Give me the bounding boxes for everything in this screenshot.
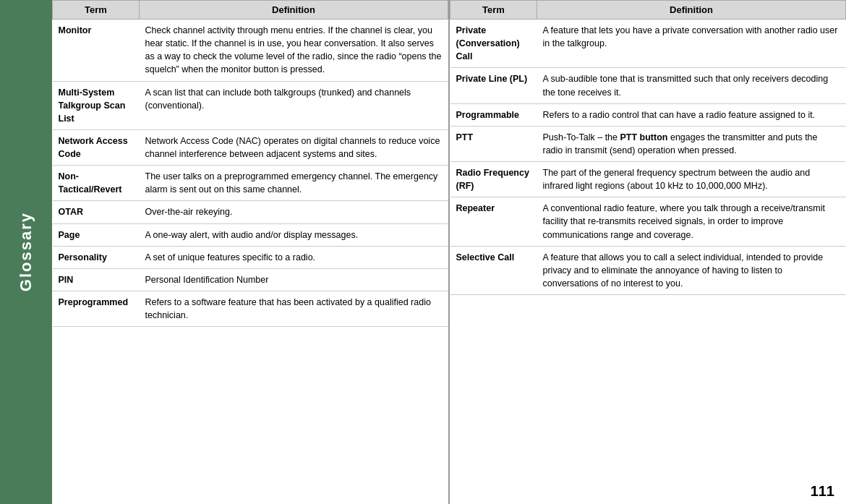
definition-cell: Refers to a software feature that has be… — [140, 291, 448, 326]
table-row: OTAROver-the-air rekeying. — [53, 201, 448, 223]
term-cell: Monitor — [53, 20, 140, 82]
table-row: Non-Tactical/RevertThe user talks on a p… — [53, 166, 448, 201]
definition-cell: A scan list that can include both talkgr… — [140, 81, 448, 129]
term-cell: Private (Conversation) Call — [450, 20, 537, 68]
table-row: PersonalityA set of unique features spec… — [53, 246, 448, 268]
term-cell: Private Line (PL) — [450, 68, 537, 103]
definition-cell: Over-the-air rekeying. — [140, 201, 448, 223]
definition-cell: Personal Identification Number — [140, 268, 448, 291]
right-term-header: Term — [450, 1, 537, 20]
table-row: RepeaterA conventional radio feature, wh… — [450, 197, 846, 246]
table-row: Multi-System Talkgroup Scan ListA scan l… — [53, 81, 448, 129]
term-cell: Personality — [53, 246, 140, 268]
table-row: PINPersonal Identification Number — [53, 268, 448, 291]
term-cell: Network Access Code — [53, 129, 140, 165]
term-cell: Programmable — [450, 103, 537, 126]
definition-cell: A set of unique features specific to a r… — [140, 246, 448, 268]
term-cell: Multi-System Talkgroup Scan List — [53, 81, 140, 129]
term-cell: Page — [53, 223, 140, 246]
table-row: Radio Frequency (RF)The part of the gene… — [450, 162, 846, 197]
definition-cell: The part of the general frequency spectr… — [537, 162, 846, 197]
definition-cell: Refers to a radio control that can have … — [537, 103, 846, 126]
page-container: Glossary Term Definition MonitorCheck ch… — [0, 0, 846, 504]
definition-cell: A one-way alert, with audio and/or displ… — [140, 223, 448, 246]
table-row: PTTPush-To-Talk – the PTT button engages… — [450, 126, 846, 161]
term-cell: PIN — [53, 268, 140, 291]
table-row: PreprogrammedRefers to a software featur… — [53, 291, 448, 326]
right-glossary-table: Term Definition Private (Conversation) C… — [450, 0, 846, 295]
definition-cell: A feature that allows you to call a sele… — [537, 246, 846, 294]
table-row: Network Access CodeNetwork Access Code (… — [53, 129, 448, 165]
definition-cell: Push-To-Talk – the PTT button engages th… — [537, 126, 846, 161]
table-row: ProgrammableRefers to a radio control th… — [450, 103, 846, 126]
table-row: Private (Conversation) CallA feature tha… — [450, 20, 846, 68]
term-cell: Preprogrammed — [53, 291, 140, 326]
definition-cell: A conventional radio feature, where you … — [537, 197, 846, 246]
definition-cell: Network Access Code (NAC) operates on di… — [140, 129, 448, 165]
term-cell: Radio Frequency (RF) — [450, 162, 537, 197]
table-row: Selective CallA feature that allows you … — [450, 246, 846, 294]
page-number: 111 — [811, 483, 834, 500]
term-cell: Repeater — [450, 197, 537, 246]
term-cell: Selective Call — [450, 246, 537, 294]
right-definition-header: Definition — [537, 1, 846, 20]
table-row: PageA one-way alert, with audio and/or d… — [53, 223, 448, 246]
left-term-header: Term — [53, 1, 140, 20]
definition-cell: A sub-audible tone that is transmitted s… — [537, 68, 846, 103]
left-definition-header: Definition — [140, 1, 448, 20]
definition-cell: Check channel activity through menu entr… — [140, 20, 448, 82]
glossary-sidebar: Glossary — [0, 0, 52, 504]
tables-area: Term Definition MonitorCheck channel act… — [52, 0, 846, 504]
glossary-label: Glossary — [17, 212, 35, 291]
term-cell: OTAR — [53, 201, 140, 223]
term-cell: Non-Tactical/Revert — [53, 166, 140, 201]
table-row: Private Line (PL)A sub-audible tone that… — [450, 68, 846, 103]
left-table-container: Term Definition MonitorCheck channel act… — [52, 0, 450, 504]
right-table-container: Term Definition Private (Conversation) C… — [450, 0, 846, 504]
definition-cell: A feature that lets you have a private c… — [537, 20, 846, 68]
table-row: MonitorCheck channel activity through me… — [53, 20, 448, 82]
term-cell: PTT — [450, 126, 537, 161]
definition-cell: The user talks on a preprogrammed emerge… — [140, 166, 448, 201]
left-glossary-table: Term Definition MonitorCheck channel act… — [52, 0, 448, 327]
